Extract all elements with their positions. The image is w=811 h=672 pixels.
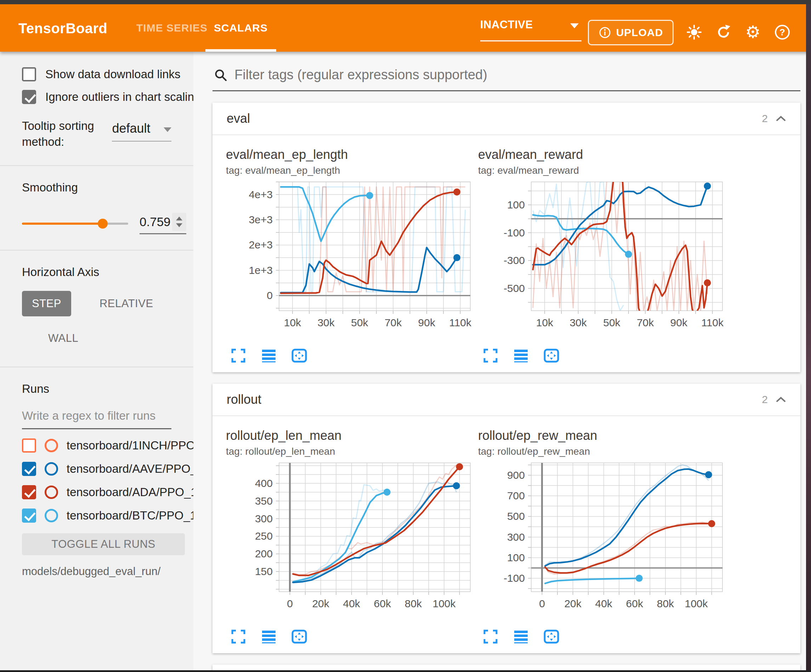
- search-icon: [214, 68, 227, 82]
- svg-text:60k: 60k: [374, 598, 391, 609]
- svg-text:4e+3: 4e+3: [249, 189, 273, 200]
- svg-text:100: 100: [507, 552, 525, 564]
- run-color-ring: [45, 486, 58, 499]
- section-card-rollout: rollout 2 rollout/ep_len_mean tag: rollo…: [212, 384, 800, 653]
- slider-knob[interactable]: [98, 219, 108, 229]
- svg-text:110k: 110k: [701, 317, 724, 328]
- fit-domain-icon[interactable]: [291, 347, 307, 364]
- axis-step-button[interactable]: STEP: [22, 291, 71, 317]
- svg-text:300: 300: [507, 531, 525, 543]
- svg-text:-100: -100: [504, 227, 525, 239]
- smoothing-label: Smoothing: [22, 181, 171, 194]
- divider: [0, 250, 193, 251]
- app-header: TensorBoard TIME SERIES SCALARS INACTIVE…: [0, 4, 811, 52]
- smoothing-stepper[interactable]: [172, 213, 186, 231]
- run-checkbox[interactable]: [22, 508, 36, 523]
- toggle-all-runs-button[interactable]: TOGGLE ALL RUNS: [22, 533, 185, 555]
- svg-text:20k: 20k: [564, 598, 582, 609]
- divider: [0, 367, 193, 367]
- runs-label: Runs: [22, 382, 171, 396]
- ignore-outliers-checkbox[interactable]: Ignore outliers in chart scaling: [22, 90, 171, 104]
- help-icon[interactable]: ?: [774, 24, 791, 41]
- svg-text:400: 400: [255, 477, 273, 489]
- filter-tags-input[interactable]: [234, 67, 799, 83]
- chevron-up-icon[interactable]: [775, 115, 786, 122]
- settings-gear-icon[interactable]: ⚙: [745, 24, 761, 41]
- fit-domain-icon[interactable]: [291, 628, 307, 645]
- status-dropdown[interactable]: INACTIVE: [480, 19, 582, 41]
- runs-data-icon[interactable]: [513, 628, 529, 645]
- svg-text:100: 100: [507, 199, 525, 210]
- main-panel: eval 2 eval/mean_ep_length tag: eval/mea…: [193, 52, 811, 672]
- filter-tags-row: [212, 62, 800, 91]
- chevron-up-icon[interactable]: [775, 396, 786, 403]
- fit-domain-icon[interactable]: [543, 628, 560, 645]
- section-card-eval: eval 2 eval/mean_ep_length tag: eval/mea…: [212, 103, 800, 372]
- run-checkbox[interactable]: [22, 438, 36, 453]
- stepper-down-icon[interactable]: [176, 223, 182, 227]
- svg-text:10k: 10k: [284, 317, 301, 328]
- svg-text:60k: 60k: [626, 598, 643, 609]
- upload-button[interactable]: UPLOAD: [588, 20, 674, 45]
- divider: [0, 165, 193, 166]
- run-color-ring: [45, 509, 58, 522]
- tooltip-sorting-select[interactable]: default: [112, 121, 171, 142]
- show-download-links-checkbox[interactable]: Show data download links: [22, 67, 171, 81]
- checkbox-icon[interactable]: [22, 67, 36, 81]
- tab-scalars[interactable]: SCALARS: [214, 4, 268, 52]
- svg-text:0: 0: [539, 598, 545, 609]
- run-row-ada[interactable]: tensorboard/ADA/PPO_1: [22, 485, 171, 499]
- section-header-rollout[interactable]: rollout 2: [212, 384, 800, 416]
- brightness-icon[interactable]: [686, 24, 702, 41]
- run-row-btc[interactable]: tensorboard/BTC/PPO_1: [22, 508, 171, 523]
- window-scrollbar-edge[interactable]: [806, 4, 811, 672]
- svg-text:50k: 50k: [603, 317, 621, 328]
- axis-wall-button[interactable]: WALL: [38, 325, 88, 351]
- svg-text:40k: 40k: [596, 598, 612, 609]
- tab-time-series[interactable]: TIME SERIES: [136, 4, 207, 52]
- expand-chart-icon[interactable]: [230, 628, 246, 645]
- chart-eval-mean-ep-length: eval/mean_ep_length tag: eval/mean_ep_le…: [226, 147, 478, 369]
- svg-text:90k: 90k: [670, 317, 688, 328]
- chart-eval-mean-reward: eval/mean_reward tag: eval/mean_reward 1…: [478, 147, 730, 369]
- axis-relative-button[interactable]: RELATIVE: [90, 291, 163, 317]
- chart-rollout-ep-rew-mean: rollout/ep_rew_mean tag: rollout/ep_rew_…: [478, 428, 730, 650]
- svg-text:100k: 100k: [685, 598, 708, 609]
- expand-chart-icon[interactable]: [230, 347, 246, 364]
- svg-text:80k: 80k: [657, 598, 674, 609]
- run-checkbox[interactable]: [22, 485, 36, 499]
- svg-text:0: 0: [287, 598, 293, 609]
- runs-regex-input[interactable]: [22, 406, 171, 429]
- svg-text:110k: 110k: [449, 317, 472, 328]
- run-row-aave[interactable]: tensorboard/AAVE/PPO_1: [22, 462, 171, 476]
- svg-text:900: 900: [507, 469, 525, 481]
- line-chart[interactable]: 020k40k60k80k100k150200250300350400: [226, 459, 474, 628]
- refresh-icon[interactable]: [715, 24, 732, 41]
- fit-domain-icon[interactable]: [543, 347, 560, 364]
- line-chart[interactable]: 10k30k50k70k90k110k01e+32e+33e+34e+3: [226, 178, 474, 347]
- settings-sidebar: Show data download links Ignore outliers…: [0, 52, 193, 672]
- expand-chart-icon[interactable]: [482, 628, 499, 645]
- svg-text:30k: 30k: [570, 317, 587, 328]
- runs-data-icon[interactable]: [513, 347, 529, 364]
- chevron-down-icon: [570, 24, 579, 28]
- checkbox-checked-icon[interactable]: [22, 90, 36, 104]
- stepper-up-icon[interactable]: [176, 217, 182, 220]
- svg-text:80k: 80k: [405, 598, 422, 609]
- runs-data-icon[interactable]: [261, 347, 277, 364]
- smoothing-value-input[interactable]: [139, 215, 172, 229]
- line-chart[interactable]: 020k40k60k80k100k-100100300500700900: [478, 459, 726, 628]
- expand-chart-icon[interactable]: [482, 347, 499, 364]
- svg-text:3e+3: 3e+3: [249, 214, 273, 225]
- smoothing-slider[interactable]: [22, 217, 128, 231]
- svg-text:20k: 20k: [312, 598, 329, 609]
- section-header-eval[interactable]: eval 2: [212, 103, 800, 135]
- svg-text:30k: 30k: [317, 317, 335, 328]
- svg-text:1e+3: 1e+3: [249, 264, 273, 276]
- run-checkbox[interactable]: [22, 462, 36, 476]
- line-chart[interactable]: 10k30k50k70k90k110k100-100-300-500: [478, 178, 726, 347]
- run-row-1inch[interactable]: tensorboard/1INCH/PPO_1: [22, 438, 171, 453]
- svg-text:?: ?: [779, 27, 785, 37]
- runs-data-icon[interactable]: [261, 628, 277, 645]
- svg-text:250: 250: [255, 530, 273, 542]
